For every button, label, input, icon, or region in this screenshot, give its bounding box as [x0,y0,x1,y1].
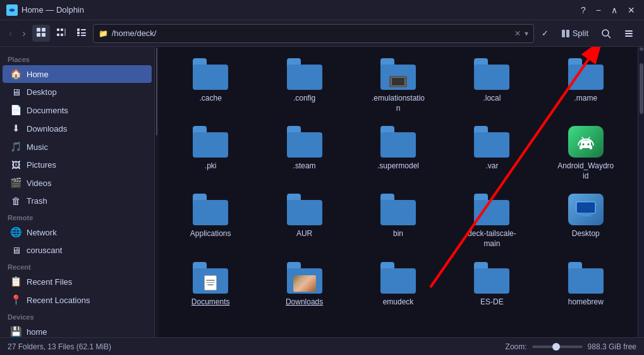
downloads-icon: ⬇ [10,123,21,134]
file-applications-name: Applications [190,229,231,239]
folder-supermodel-icon [380,126,416,158]
back-button[interactable]: ‹ [5,25,16,42]
sidebar-item-recent-locations-label: Recent Locations [27,296,90,305]
file-item-es-de[interactable]: ES-DE [446,257,537,313]
svg-rect-5 [57,28,59,31]
svg-point-18 [602,30,609,36]
file-mame-name: .mame [574,94,597,104]
file-emudeck-name: emudeck [383,297,414,308]
file-homebrew-name: homebrew [568,297,604,308]
file-item-downloads[interactable]: Downloads [258,257,349,313]
sidebar-item-home-label: Home [27,70,49,79]
forward-button[interactable]: › [18,25,29,42]
address-input[interactable] [112,28,511,38]
close-button[interactable]: ✕ [625,4,638,16]
sidebar-item-desktop[interactable]: 🖥 Desktop [3,84,152,101]
file-item-pki[interactable]: .pki [165,121,256,186]
maximize-button[interactable]: ∧ [609,4,620,16]
zoom-slider[interactable] [532,346,583,348]
sidebar-item-coruscant[interactable]: 🖥 coruscant [3,242,152,259]
file-item-applications[interactable]: Applications [165,189,256,254]
file-cache-name: .cache [200,94,222,104]
coruscant-icon: 🖥 [10,245,21,256]
sidebar-item-trash[interactable]: 🗑 Trash [3,192,152,209]
file-item-var[interactable]: .var [446,121,537,186]
svg-rect-22 [625,35,633,37]
view-details-button[interactable] [73,25,90,42]
file-item-documents[interactable]: Documents [165,257,256,313]
file-grid: .cache .config .emulation [165,53,631,318]
file-item-android-waydroid[interactable]: Android_Waydroid [540,121,631,186]
clear-address-icon[interactable]: ✕ [514,29,521,38]
svg-rect-31 [581,213,590,215]
search-button[interactable] [596,26,616,41]
folder-pki-icon [193,126,228,158]
desktop-folder-icon [568,194,604,225]
sidebar: Places 🏠 Home 🖥 Desktop 📄 Documents ⬇ Do… [0,47,155,337]
sidebar-item-documents[interactable]: 📄 Documents [3,101,152,119]
menu-button[interactable] [619,26,639,41]
file-item-bin[interactable]: bin [353,189,444,254]
folder-cache-icon [193,58,228,90]
file-item-config[interactable]: .config [258,53,349,118]
recent-files-icon: 📋 [10,276,21,287]
svg-rect-16 [562,30,565,37]
sidebar-item-recent-locations[interactable]: 📍 Recent Locations [3,291,152,309]
titlebar: Home — Dolphin ? − ∧ ✕ [0,0,644,20]
file-downloads-name: Downloads [286,297,323,308]
svg-rect-6 [61,28,63,31]
folder-homebrew-icon [568,262,604,294]
file-item-steam[interactable]: .steam [258,121,349,186]
recent-locations-icon: 📍 [10,294,21,306]
file-item-deck-tailscale[interactable]: deck-tailscale-main [446,189,537,254]
file-item-emudeck[interactable]: emudeck [353,257,444,313]
minimize-button[interactable]: − [593,4,604,16]
svg-rect-30 [576,202,595,213]
remote-section-label: Remote [0,210,154,223]
file-pki-name: .pki [205,161,217,171]
zoom-thumb [552,343,560,351]
sidebar-item-home[interactable]: 🏠 Home [3,65,152,83]
help-button[interactable]: ? [578,4,588,16]
file-item-emulationstation[interactable]: .emulationstation [353,53,444,118]
svg-rect-11 [81,29,86,30]
sidebar-item-music[interactable]: 🎵 Music [3,138,152,156]
confirm-button[interactable]: ✓ [537,26,554,40]
android-waydroid-icon [568,126,604,158]
svg-rect-12 [77,32,80,34]
statusbar: 27 Folders, 13 Files (62.1 MiB) Zoom: 98… [0,337,644,355]
split-button[interactable]: Split [556,26,593,40]
file-area-scrollbar[interactable] [638,47,644,337]
folder-aur-icon [287,194,322,225]
sidebar-item-pictures[interactable]: 🖼 Pictures [3,156,152,173]
dropdown-icon[interactable]: ▾ [525,29,528,38]
file-es-de-name: ES-DE [480,297,504,308]
file-item-supermodel[interactable]: .supermodel [353,121,444,186]
view-icons-button[interactable] [32,25,50,42]
file-item-local[interactable]: .local [446,53,537,118]
file-item-desktop-folder[interactable]: Desktop [540,189,631,254]
svg-rect-1 [37,28,40,32]
sidebar-item-downloads[interactable]: ⬇ Downloads [3,120,152,137]
sidebar-item-network[interactable]: 🌐 Network [3,223,152,241]
file-item-mame[interactable]: .mame [540,53,631,118]
file-emulationstation-name: .emulationstation [370,94,427,113]
file-item-cache[interactable]: .cache [165,53,256,118]
main-layout: Places 🏠 Home 🖥 Desktop 📄 Documents ⬇ Do… [0,47,644,337]
sidebar-item-recent-files-label: Recent Files [27,277,72,287]
svg-rect-8 [61,34,63,36]
svg-rect-7 [57,34,59,36]
file-item-aur[interactable]: AUR [258,189,349,254]
file-documents-name: Documents [191,297,230,308]
file-bin-name: bin [393,229,403,239]
pictures-icon: 🖼 [10,159,21,170]
statusbar-info: 27 Folders, 13 Files (62.1 MiB) [8,342,498,351]
sidebar-item-recent-files[interactable]: 📋 Recent Files [3,273,152,290]
sidebar-item-videos[interactable]: 🎬 Videos [3,174,152,192]
file-item-homebrew[interactable]: homebrew [540,257,631,313]
svg-rect-9 [64,28,66,36]
network-icon: 🌐 [10,227,21,238]
svg-point-26 [582,144,584,146]
view-compact-button[interactable] [52,25,70,42]
sidebar-item-home-device[interactable]: 💾 home [3,323,152,337]
